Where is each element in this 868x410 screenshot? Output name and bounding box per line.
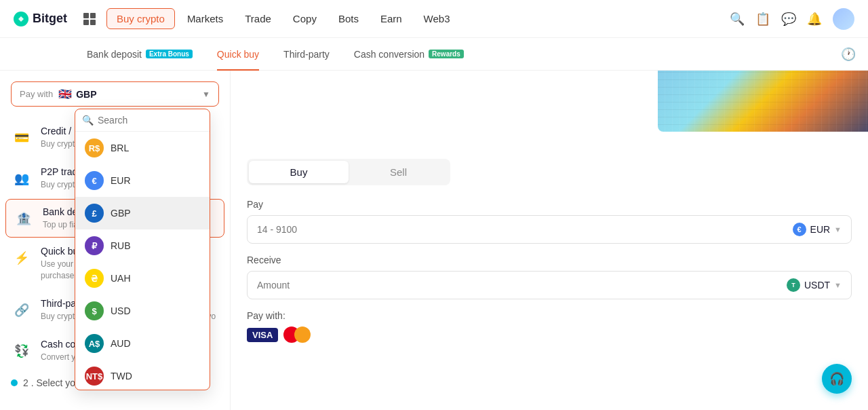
chevron-down-icon: ▼ — [202, 90, 210, 99]
pay-with-section: Pay with: — [247, 310, 852, 321]
currency-dropdown: 🔍 R$BRL€EUR£GBP₽RUB₴UAH$USDA$AUDNT$TWDFr… — [75, 109, 210, 390]
receive-currency-chevron: ▼ — [834, 281, 842, 289]
payment-logos: VISA — [247, 327, 852, 343]
tab-cash-conversion[interactable]: Cash conversionRewards — [342, 38, 476, 71]
buy-tab[interactable]: Buy — [249, 161, 349, 183]
pay-label: Pay — [247, 199, 852, 210]
nav-item-copy[interactable]: Copy — [283, 9, 326, 29]
method-icon-p2p-trading: 👥 — [11, 168, 33, 189]
currency-circle-eur: € — [85, 171, 104, 190]
currency-label-usd: USD — [111, 305, 131, 316]
header: Bitget Buy cryptoMarketsTradeCopyBotsEar… — [0, 0, 868, 38]
support-chat-button[interactable]: 🎧 — [822, 364, 852, 394]
currency-item-aud[interactable]: A$AUD — [75, 327, 210, 360]
currency-item-usd[interactable]: $USD — [75, 295, 210, 327]
currency-circle-usd: $ — [85, 301, 104, 320]
tab-bank-deposit[interactable]: Bank depositExtra Bonus — [75, 38, 205, 71]
tab-third-party[interactable]: Third-party — [271, 38, 342, 71]
currency-label-rub: RUB — [111, 240, 131, 251]
currency-label-uah: UAH — [111, 273, 131, 284]
pay-with-label: Pay with — [20, 89, 53, 99]
history-button[interactable]: 🕐 — [829, 47, 868, 62]
grid-menu-icon[interactable] — [83, 13, 96, 25]
nav-item-buy-crypto[interactable]: Buy crypto — [106, 8, 175, 29]
currency-item-rub[interactable]: ₽RUB — [75, 229, 210, 262]
tabs-bar: Bank depositExtra BonusQuick buyThird-pa… — [0, 38, 868, 71]
pay-with-currency: 🇬🇧 GBP — [58, 88, 96, 100]
logo[interactable]: Bitget — [14, 12, 67, 26]
currency-item-twd[interactable]: NT$TWD — [75, 360, 210, 390]
eur-icon: € — [793, 223, 806, 236]
nav-item-web3[interactable]: Web3 — [414, 9, 460, 29]
tab-quick-buy[interactable]: Quick buy — [205, 38, 271, 71]
avatar[interactable] — [833, 8, 854, 30]
pay-input[interactable] — [257, 224, 793, 235]
currency-label-eur: EUR — [111, 175, 131, 186]
visa-logo: VISA — [247, 328, 278, 342]
currency-circle-gbp: £ — [85, 204, 104, 223]
nav-item-earn[interactable]: Earn — [371, 9, 412, 29]
pay-with-bar[interactable]: Pay with 🇬🇧 GBP ▼ — [11, 81, 219, 107]
currency-item-brl[interactable]: R$BRL — [75, 132, 210, 164]
buy-sell-tabs: Buy Sell — [247, 159, 450, 185]
currency-label-brl: BRL — [111, 143, 129, 153]
pay-currency-selector[interactable]: € EUR ▼ — [793, 223, 842, 236]
search-icon: 🔍 — [82, 115, 94, 126]
currency-item-uah[interactable]: ₴UAH — [75, 262, 210, 295]
headset-icon: 🎧 — [829, 371, 844, 386]
bitget-logo-icon — [14, 12, 28, 26]
currency-search-box: 🔍 — [75, 109, 210, 132]
method-icon-quick-buy: ⚡ — [11, 247, 33, 269]
currency-item-gbp[interactable]: £GBP — [75, 197, 210, 229]
receive-label: Receive — [247, 255, 852, 265]
currency-label-aud: AUD — [111, 338, 131, 349]
currency-item-eur[interactable]: €EUR — [75, 164, 210, 197]
promo-banner — [658, 71, 868, 132]
currency-circle-brl: R$ — [85, 138, 104, 157]
receive-input[interactable] — [257, 280, 787, 291]
currency-circle-uah: ₴ — [85, 269, 104, 288]
receive-currency-selector[interactable]: T USDT ▼ — [787, 278, 842, 292]
pay-field: € EUR ▼ — [247, 215, 852, 244]
nav-item-bots[interactable]: Bots — [329, 9, 368, 29]
right-panel: Buy Sell Pay € EUR ▼ Receive T USDT ▼ Pa — [231, 71, 868, 410]
currency-label-twd: TWD — [111, 371, 132, 381]
nav-item-markets[interactable]: Markets — [178, 9, 233, 29]
notifications-icon[interactable]: 🔔 — [807, 12, 822, 26]
chat-icon[interactable]: 💬 — [781, 12, 796, 26]
currency-search-input[interactable] — [98, 115, 203, 126]
header-icons: 🔍 📋 💬 🔔 — [730, 8, 854, 30]
sell-tab[interactable]: Sell — [349, 161, 448, 183]
currency-flag: 🇬🇧 — [58, 88, 72, 100]
method-icon-cash-conversion: 💱 — [11, 340, 33, 362]
receive-currency-name: USDT — [804, 280, 830, 291]
currency-circle-twd: NT$ — [85, 367, 104, 386]
method-icon-credit-debit: 💳 — [11, 127, 33, 149]
receive-field: T USDT ▼ — [247, 271, 852, 299]
pay-currency-chevron: ▼ — [834, 225, 842, 234]
currency-list: R$BRL€EUR£GBP₽RUB₴UAH$USDA$AUDNT$TWDFrCH… — [75, 132, 210, 390]
method-icon-third-party: 🔗 — [11, 299, 33, 321]
method-icon-bank-deposit: 🏦 — [13, 208, 35, 229]
usdt-icon: T — [787, 278, 800, 292]
currency-label-gbp: GBP — [111, 208, 131, 219]
main-nav: Buy cryptoMarketsTradeCopyBotsEarnWeb3 — [106, 8, 460, 29]
currency-code: GBP — [76, 89, 96, 100]
main-content: Pay with 🇬🇧 GBP ▼ 💳Credit / Debit card0 … — [0, 71, 868, 410]
logo-text: Bitget — [33, 12, 67, 26]
currency-circle-aud: A$ — [85, 334, 104, 353]
search-icon[interactable]: 🔍 — [730, 12, 745, 26]
pay-currency-name: EUR — [810, 224, 831, 235]
mastercard-logo — [283, 327, 311, 343]
nav-item-trade[interactable]: Trade — [235, 9, 281, 29]
orders-icon[interactable]: 📋 — [755, 12, 770, 26]
currency-circle-rub: ₽ — [85, 236, 104, 255]
